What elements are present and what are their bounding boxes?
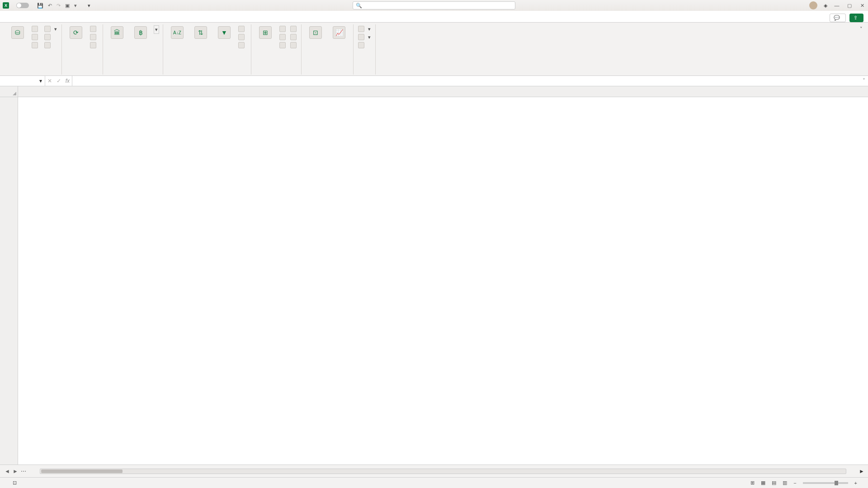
recent-sources[interactable] [43, 33, 58, 41]
datatypes-more-icon[interactable]: ▾ [154, 25, 159, 34]
excel-icon: X [3, 2, 9, 9]
maximize-icon[interactable]: ▢ [846, 3, 853, 9]
from-web[interactable] [31, 33, 41, 41]
toggle-icon[interactable] [16, 3, 29, 8]
cells-area[interactable] [18, 97, 868, 465]
refresh-icon: ⟳ [70, 26, 82, 39]
database-icon: ⛁ [11, 26, 24, 39]
display-settings[interactable]: ⊞ [750, 480, 755, 486]
redo-icon[interactable]: ↷ [57, 3, 61, 9]
formula-bar: ▾ ✕ ✓ fx ˅ [0, 76, 868, 86]
zoom-in-icon[interactable]: + [854, 480, 857, 486]
name-box[interactable]: ▾ [0, 76, 45, 86]
remove-duplicates[interactable] [278, 33, 287, 41]
from-table-range[interactable] [31, 42, 41, 49]
group-label [7, 73, 58, 74]
currency-icon: ฿ [134, 26, 147, 39]
ribbon-group-datatypes: 🏛 ฿ ▾ [103, 24, 163, 75]
stocks-button[interactable]: 🏛 [107, 25, 127, 41]
sheet-scroll-right-icon[interactable]: ► [855, 468, 868, 474]
zoom-slider[interactable] [803, 482, 848, 484]
close-icon[interactable]: ✕ [859, 3, 865, 9]
accessibility-status[interactable]: ⊡ [13, 480, 17, 486]
advanced-filter[interactable] [237, 42, 247, 49]
clear-icon [238, 26, 245, 32]
data-model[interactable] [289, 42, 297, 49]
column-headers[interactable] [18, 86, 868, 97]
filter-button[interactable]: ▼ [214, 25, 235, 41]
relationships[interactable] [289, 33, 297, 41]
comment-icon: 💬 [834, 15, 840, 21]
consolidate-icon [290, 26, 297, 32]
chevron-down-icon: ▾ [88, 3, 90, 9]
camera-icon[interactable]: ▣ [65, 3, 70, 9]
from-image[interactable]: ▾ [43, 25, 58, 33]
from-text-csv[interactable] [31, 25, 41, 33]
ungroup-button[interactable]: ▾ [357, 33, 372, 41]
sheet-next-icon[interactable]: ► [13, 468, 18, 474]
undo-icon[interactable]: ↶ [48, 3, 52, 9]
view-normal-icon[interactable]: ▦ [761, 480, 765, 486]
sheet-nav[interactable]: ◄ ► ⋯ [0, 468, 31, 474]
subtotal-button[interactable] [357, 42, 372, 49]
search-icon: 🔍 [356, 3, 362, 9]
sheet-more-icon[interactable]: ⋯ [21, 468, 26, 474]
scrollbar-thumb[interactable] [41, 469, 123, 473]
advanced-icon [238, 42, 245, 48]
share-button[interactable]: ⇪ [849, 14, 863, 22]
clear-filter [237, 25, 247, 33]
ribbon: ⛁ ▾ ⟳ [0, 23, 868, 76]
row-headers[interactable] [0, 97, 18, 465]
flash-fill[interactable] [278, 25, 287, 33]
formula-controls: ✕ ✓ fx [45, 76, 72, 86]
avatar[interactable] [809, 1, 817, 9]
queries-connections[interactable] [89, 25, 99, 33]
existing-connections[interactable] [43, 42, 58, 49]
flashfill-icon [279, 26, 286, 32]
relations-icon [290, 34, 297, 40]
sort-az-button[interactable]: A↓Z [167, 25, 188, 40]
save-icon[interactable]: 💾 [37, 3, 43, 9]
group-button[interactable]: ▾ [357, 25, 372, 33]
view-pagebreak-icon[interactable]: ▥ [783, 480, 787, 486]
text-columns-icon: ⊞ [259, 26, 272, 39]
whatif-icon: ⊡ [309, 26, 322, 39]
diamond-icon[interactable]: ◈ [824, 3, 827, 9]
search-box[interactable]: 🔍 [353, 1, 515, 9]
forecast-sheet-button[interactable]: 📈 [329, 25, 349, 41]
group-icon [358, 26, 364, 32]
sheet-prev-icon[interactable]: ◄ [5, 468, 10, 474]
select-all-cell[interactable] [0, 86, 18, 97]
forecast-icon: 📈 [333, 26, 345, 39]
qat-more-icon[interactable]: ▾ [74, 3, 77, 9]
table-icon [32, 42, 38, 48]
view-pagelayout-icon[interactable]: ▤ [772, 480, 776, 486]
consolidate[interactable] [289, 25, 297, 33]
comments-button[interactable]: 💬 [830, 14, 846, 22]
autosave-toggle[interactable] [12, 3, 31, 8]
workbook-links [89, 42, 99, 49]
sort-az-icon: A↓Z [171, 26, 184, 39]
status-bar: ⊡ ⊞ ▦ ▤ ▥ − + [0, 477, 868, 488]
horizontal-scrollbar[interactable] [40, 469, 846, 474]
text-to-columns-button[interactable]: ⊞ [255, 25, 276, 41]
formula-expand-icon[interactable]: ˅ [860, 78, 868, 84]
dedup-icon [279, 34, 286, 40]
currencies-button[interactable]: ฿ [130, 25, 151, 41]
refresh-all-button[interactable]: ⟳ [66, 25, 86, 41]
fx-icon[interactable]: fx [66, 78, 70, 84]
accept-icon[interactable]: ✓ [57, 78, 61, 84]
data-validation[interactable] [278, 42, 287, 49]
document-title[interactable]: ▾ [86, 3, 90, 9]
sort-icon: ⇅ [194, 26, 207, 39]
sort-button[interactable]: ⇅ [190, 25, 211, 41]
cancel-icon[interactable]: ✕ [47, 78, 52, 84]
get-data-button[interactable]: ⛁ [7, 25, 28, 41]
ribbon-group-get-data: ⛁ ▾ [4, 24, 62, 75]
spreadsheet-grid[interactable] [0, 86, 868, 465]
chevron-down-icon: ▾ [39, 78, 42, 84]
minimize-icon[interactable]: — [834, 3, 840, 8]
zoom-out-icon[interactable]: − [793, 480, 796, 486]
ribbon-collapse-icon[interactable]: ˅ [858, 24, 864, 75]
whatif-button[interactable]: ⊡ [305, 25, 326, 41]
